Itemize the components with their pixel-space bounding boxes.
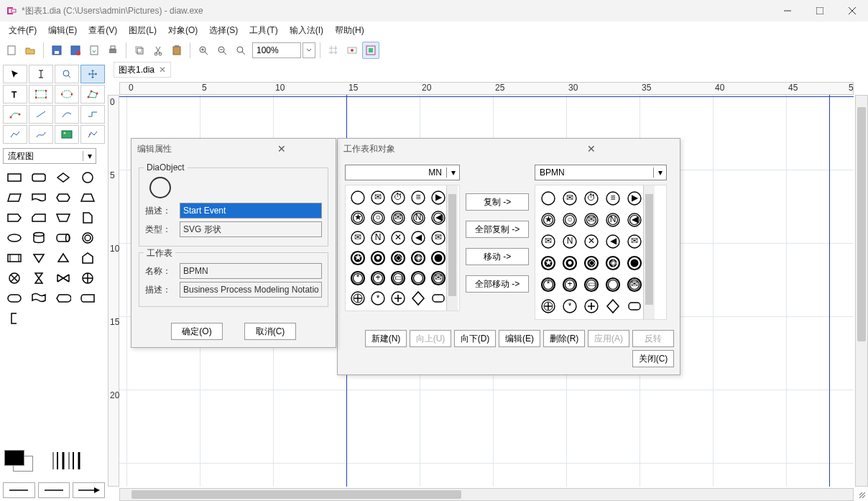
- bpmn-shape-item[interactable]: ✉: [429, 269, 448, 288]
- down-button[interactable]: 向下(D): [454, 330, 496, 347]
- shape-flag[interactable]: [27, 289, 50, 308]
- bpmn-shape-item[interactable]: [603, 275, 623, 295]
- ellipse-tool[interactable]: [55, 85, 79, 104]
- menu-help[interactable]: 帮助(H): [329, 23, 370, 38]
- bezierline-tool[interactable]: [29, 125, 53, 144]
- up-button[interactable]: 向上(U): [410, 330, 451, 347]
- bpmn-shape-item[interactable]: ▶: [624, 188, 645, 208]
- shape-store[interactable]: [76, 289, 99, 308]
- shape-file[interactable]: [76, 208, 99, 227]
- shape-box2[interactable]: [3, 249, 26, 267]
- cut-button[interactable]: [149, 42, 167, 59]
- bpmn-shape-item[interactable]: ◀: [409, 229, 428, 247]
- zoom-dropdown[interactable]: [303, 42, 315, 58]
- image-tool[interactable]: [55, 125, 79, 144]
- line-tool[interactable]: [29, 105, 53, 124]
- shape-cylinder[interactable]: [27, 229, 50, 247]
- bpmn-shape-item[interactable]: ⏱: [389, 188, 407, 207]
- pointer-tool[interactable]: [3, 65, 27, 83]
- zigzag-tool[interactable]: [80, 105, 105, 124]
- bpmn-shape-item[interactable]: ◈: [603, 253, 623, 273]
- shape-bracket[interactable]: [3, 309, 26, 328]
- bpmn-shape-item[interactable]: ✉: [624, 231, 645, 252]
- bpmn-shape-item[interactable]: ◇: [581, 253, 601, 273]
- edit-button[interactable]: 编辑(E): [499, 330, 540, 347]
- new-file-button[interactable]: [3, 42, 20, 59]
- right-sheet-combo[interactable]: BPMN ▾: [535, 165, 667, 180]
- menu-objects[interactable]: 对象(O): [162, 23, 203, 38]
- print-button[interactable]: [104, 42, 121, 59]
- bpmn-shape-item[interactable]: +: [369, 269, 387, 288]
- shape-rect[interactable]: [3, 168, 26, 187]
- bpmn-shape-item[interactable]: [429, 249, 448, 267]
- shape-ring[interactable]: [76, 229, 99, 247]
- snap-object-button[interactable]: [343, 42, 361, 59]
- bpmn-shape-item[interactable]: ✉: [369, 188, 387, 207]
- left-sheet-combo[interactable]: MN ▾: [345, 165, 460, 180]
- show-bounds-button[interactable]: [362, 42, 379, 59]
- horizontal-scrollbar[interactable]: [119, 488, 854, 501]
- arc-tool[interactable]: [55, 105, 79, 124]
- bpmn-shape-item[interactable]: ✉: [581, 210, 601, 230]
- bpmn-shape-item[interactable]: [538, 296, 558, 316]
- shape-tri-down[interactable]: [27, 249, 50, 267]
- paste-button[interactable]: [168, 42, 185, 59]
- shape-hourglass[interactable]: [27, 269, 50, 288]
- bpmn-shape-item[interactable]: ◀: [603, 231, 623, 252]
- text-label-tool[interactable]: T: [3, 85, 27, 104]
- line-pattern-icon[interactable]: [50, 449, 82, 472]
- polygon-tool[interactable]: [80, 85, 105, 104]
- shape-stadium[interactable]: [3, 289, 26, 308]
- bpmn-shape-item[interactable]: [581, 296, 601, 316]
- copy-all-button[interactable]: 全部复制 ->: [466, 221, 529, 238]
- bpmn-shape-item[interactable]: N: [560, 231, 580, 252]
- bpmn-shape-item[interactable]: [409, 289, 428, 308]
- bpmn-shape-item[interactable]: ●: [369, 249, 387, 267]
- cancel-button[interactable]: 取消(C): [244, 323, 296, 340]
- left-grid-scrollbar[interactable]: [446, 185, 458, 311]
- bpmn-shape-item[interactable]: [348, 188, 367, 207]
- ok-button[interactable]: 确定(O): [171, 323, 223, 340]
- maximize-button[interactable]: [803, 0, 836, 22]
- copy-button[interactable]: [131, 42, 148, 59]
- shape-diamond[interactable]: [52, 168, 75, 187]
- bpmn-shape-item[interactable]: *: [348, 269, 367, 288]
- revert-button[interactable]: 反转: [632, 330, 674, 347]
- bpmn-shape-item[interactable]: ⏱: [581, 188, 601, 208]
- shape-display[interactable]: [52, 289, 75, 308]
- text-tool[interactable]: [29, 65, 53, 83]
- shape-hexagon[interactable]: [52, 188, 75, 207]
- outline-tool[interactable]: [80, 125, 105, 144]
- shape-parallelogram[interactable]: [3, 188, 26, 207]
- bpmn-shape-item[interactable]: ★: [538, 210, 558, 230]
- bpmn-shape-item[interactable]: ◇: [389, 249, 407, 267]
- resize-grip-icon[interactable]: [858, 491, 867, 500]
- menu-edit[interactable]: 编辑(E): [42, 23, 83, 38]
- new-button[interactable]: 新建(N): [365, 330, 407, 347]
- shape-drum[interactable]: [52, 229, 75, 247]
- shape-circle-plus[interactable]: [76, 269, 99, 288]
- bpmn-shape-item[interactable]: ✉: [389, 208, 407, 227]
- shape-circle[interactable]: [76, 168, 99, 187]
- shape-ellipse[interactable]: [3, 229, 26, 247]
- scroll-tool[interactable]: [80, 65, 105, 83]
- export-button[interactable]: [86, 42, 103, 59]
- bpmn-shape-item[interactable]: N: [409, 208, 428, 227]
- bpmn-shape-item[interactable]: ○: [369, 208, 387, 227]
- copy-button[interactable]: 复制 ->: [466, 193, 529, 211]
- menu-view[interactable]: 查看(V): [83, 23, 123, 38]
- bpmn-shape-item[interactable]: ◀: [624, 210, 645, 230]
- shape-pentagon[interactable]: [3, 208, 26, 227]
- snap-grid-button[interactable]: [325, 42, 342, 59]
- menu-layers[interactable]: 图层(L): [123, 23, 162, 38]
- bpmn-shape-item[interactable]: ✉: [348, 229, 367, 247]
- close-dialog-button[interactable]: 关闭(C): [632, 350, 674, 367]
- bpmn-shape-item[interactable]: ★: [348, 208, 367, 227]
- arrow-end-combo[interactable]: [73, 482, 105, 498]
- document-tab[interactable]: 图表1.dia ✕: [114, 62, 171, 78]
- bpmn-shape-item[interactable]: ✕: [581, 231, 601, 252]
- line-style-combo[interactable]: [38, 482, 70, 498]
- bpmn-shape-item[interactable]: ●: [560, 253, 580, 273]
- bpmn-shape-item[interactable]: ✉: [560, 188, 580, 208]
- shape-bowtie[interactable]: [52, 269, 75, 288]
